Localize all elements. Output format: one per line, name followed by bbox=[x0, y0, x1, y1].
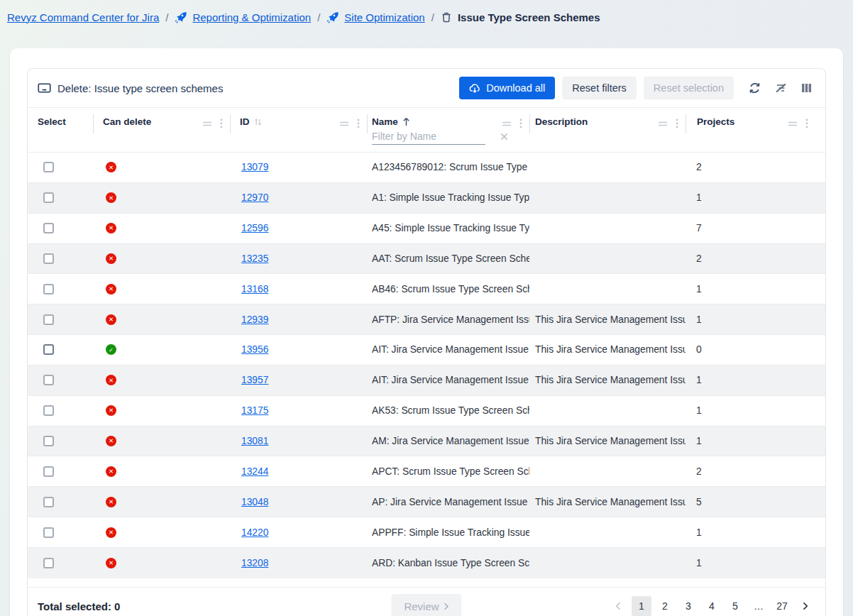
row-checkbox[interactable] bbox=[43, 497, 54, 507]
pagination-next-button[interactable] bbox=[796, 596, 815, 616]
id-link[interactable]: 13079 bbox=[241, 162, 268, 172]
row-checkbox[interactable] bbox=[43, 466, 54, 477]
total-selected-value: 0 bbox=[114, 600, 120, 612]
row-checkbox[interactable] bbox=[43, 223, 54, 233]
sort-both-icon[interactable] bbox=[254, 118, 262, 126]
projects-cell: 1 bbox=[686, 192, 825, 203]
column-header-can-delete[interactable]: Can delete bbox=[93, 108, 230, 152]
column-header-name[interactable]: Name bbox=[367, 108, 529, 152]
id-link[interactable]: 13081 bbox=[241, 436, 268, 446]
pagination-prev-button[interactable] bbox=[608, 596, 628, 616]
reset-selection-button[interactable]: Reset selection bbox=[644, 77, 734, 99]
id-link[interactable]: 13208 bbox=[241, 558, 268, 568]
column-menu-icon[interactable] bbox=[519, 119, 522, 128]
row-checkbox[interactable] bbox=[43, 344, 54, 355]
projects-cell: 1 bbox=[686, 527, 825, 538]
id-link[interactable]: 13048 bbox=[241, 497, 268, 507]
table-row: ✕ 12939 AFTP: Jira Service Management Is… bbox=[28, 304, 825, 335]
table-row: ✕ 13048 AP: Jira Service Management Issu… bbox=[28, 487, 825, 517]
id-cell: 13168 bbox=[230, 284, 367, 295]
name-filter-input[interactable] bbox=[372, 131, 500, 142]
column-header-projects[interactable]: Projects bbox=[686, 108, 825, 152]
column-label-can-delete: Can delete bbox=[103, 116, 151, 127]
column-menu-icon[interactable] bbox=[357, 119, 360, 128]
can-delete-cell: ✕ bbox=[93, 558, 230, 568]
pagination-page-3[interactable]: 3 bbox=[678, 596, 698, 616]
filter-equals-icon[interactable] bbox=[202, 121, 212, 127]
breadcrumb-link-reporting[interactable]: Reporting & Optimization bbox=[192, 11, 311, 23]
id-link[interactable]: 13244 bbox=[241, 466, 268, 477]
column-header-id[interactable]: ID bbox=[230, 108, 367, 152]
pagination-page-2[interactable]: 2 bbox=[655, 596, 675, 616]
row-checkbox[interactable] bbox=[43, 253, 54, 264]
column-label-select: Select bbox=[38, 116, 66, 127]
filter-equals-icon[interactable] bbox=[658, 121, 668, 127]
projects-cell: 2 bbox=[686, 162, 825, 172]
id-link[interactable]: 12596 bbox=[241, 223, 268, 233]
table-row: ✕ 13081 AM: Jira Service Management Issu… bbox=[28, 427, 825, 457]
clear-input-icon[interactable] bbox=[500, 133, 508, 141]
row-checkbox[interactable] bbox=[43, 436, 54, 446]
table-row: ✕ 13957 AIT: Jira Service Management Iss… bbox=[28, 365, 825, 396]
trash-icon bbox=[441, 11, 452, 23]
id-cell: 13081 bbox=[230, 436, 367, 446]
row-checkbox[interactable] bbox=[43, 314, 54, 325]
projects-cell: 2 bbox=[686, 466, 825, 477]
reset-filters-button[interactable]: Reset filters bbox=[562, 77, 637, 99]
rocket-icon bbox=[175, 11, 187, 23]
columns-icon[interactable] bbox=[800, 82, 813, 94]
row-checkbox[interactable] bbox=[43, 162, 54, 172]
column-menu-icon[interactable] bbox=[220, 119, 223, 128]
breadcrumb-link-app[interactable]: Revyz Command Center for Jira bbox=[7, 11, 159, 23]
column-menu-icon[interactable] bbox=[676, 119, 678, 128]
column-header-description[interactable]: Description bbox=[529, 108, 686, 152]
row-checkbox[interactable] bbox=[43, 558, 54, 568]
pagination-page-27[interactable]: 27 bbox=[772, 596, 792, 616]
filter-equals-icon[interactable] bbox=[788, 121, 798, 127]
table-body: ✕ 13079 A123456789012: Scrum Issue Type … bbox=[28, 153, 825, 587]
id-link[interactable]: 14220 bbox=[241, 527, 268, 538]
filter-equals-icon[interactable] bbox=[502, 121, 512, 127]
id-link[interactable]: 13956 bbox=[241, 344, 268, 355]
column-menu-icon[interactable] bbox=[805, 119, 808, 128]
clear-filter-icon[interactable] bbox=[774, 82, 788, 94]
pagination-page-5[interactable]: 5 bbox=[725, 596, 745, 616]
id-cell: 13175 bbox=[230, 405, 367, 416]
pagination-page-4[interactable]: 4 bbox=[702, 596, 722, 616]
row-checkbox[interactable] bbox=[43, 375, 54, 385]
breadcrumb-separator: / bbox=[431, 11, 435, 23]
refresh-icon[interactable] bbox=[748, 82, 761, 94]
projects-cell: 1 bbox=[686, 558, 825, 568]
screen-icon bbox=[38, 82, 51, 94]
id-link[interactable]: 13957 bbox=[241, 375, 268, 385]
toolbar-actions: Download all Reset filters Reset selecti… bbox=[459, 77, 815, 99]
breadcrumb-link-site-optimization[interactable]: Site Optimization bbox=[344, 11, 424, 23]
id-link[interactable]: 12939 bbox=[241, 314, 268, 325]
id-link[interactable]: 13175 bbox=[241, 405, 268, 416]
review-button[interactable]: Review bbox=[391, 594, 461, 616]
row-checkbox[interactable] bbox=[43, 405, 54, 416]
id-link[interactable]: 12970 bbox=[241, 192, 268, 203]
row-checkbox[interactable] bbox=[43, 192, 54, 203]
id-cell: 14220 bbox=[230, 527, 367, 538]
can-delete-status-icon: ✕ bbox=[106, 466, 116, 477]
row-checkbox[interactable] bbox=[43, 527, 54, 538]
download-all-button[interactable]: Download all bbox=[459, 77, 555, 99]
id-cell: 13048 bbox=[230, 497, 367, 507]
total-selected-label: Total selected: bbox=[38, 600, 111, 612]
download-all-label: Download all bbox=[486, 82, 545, 94]
select-cell bbox=[28, 527, 93, 538]
pagination-page-1[interactable]: 1 bbox=[632, 596, 651, 616]
id-cell: 13956 bbox=[230, 344, 367, 355]
filter-equals-icon[interactable] bbox=[339, 121, 349, 127]
id-cell: 13957 bbox=[230, 375, 367, 385]
id-cell: 13208 bbox=[230, 558, 367, 568]
table-footer: Total selected: 0 Review 12345…27 bbox=[28, 587, 825, 616]
column-label-id: ID bbox=[240, 116, 250, 127]
id-link[interactable]: 13235 bbox=[241, 253, 268, 264]
id-link[interactable]: 13168 bbox=[241, 284, 268, 295]
row-checkbox[interactable] bbox=[43, 284, 54, 295]
select-cell bbox=[28, 284, 93, 295]
breadcrumb-current: Issue Type Screen Schemes bbox=[458, 11, 600, 23]
review-button-label: Review bbox=[404, 600, 439, 612]
